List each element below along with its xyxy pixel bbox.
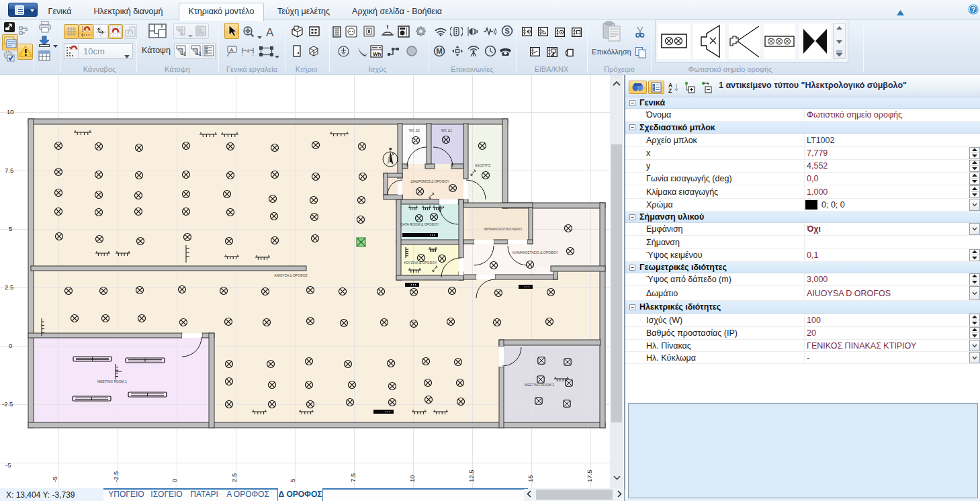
svg-text:Z: Z (668, 87, 672, 93)
svg-text:ΜΗΧΑΝΟΛΟΓΙΚΟ ΚΕΝΟ: ΜΗΧΑΝΟΛΟΓΙΚΟ ΚΕΝΟ (484, 227, 522, 231)
svg-text:5: 5 (9, 225, 12, 232)
svg-text:WC Δ1: WC Δ1 (441, 128, 452, 132)
svg-text:ΕΞΩΣΤΗΣ: ΕΞΩΣΤΗΣ (475, 163, 490, 167)
svg-text:+1: +1 (195, 51, 202, 57)
svg-text:7.5: 7.5 (5, 167, 13, 174)
svg-text:MEETING ROOM 2: MEETING ROOM 2 (525, 383, 554, 387)
svg-text:ΚΛΙΜΑΚΟΣΤΑΣΙΟ Δ ΟΡΟΦΟΥ: ΚΛΙΜΑΚΟΣΤΑΣΙΟ Δ ΟΡΟΦΟΥ (513, 250, 559, 255)
svg-text:2.5: 2.5 (230, 473, 238, 482)
svg-text:DATA ROOM Δ ΟΡΟΦΟΥ: DATA ROOM Δ ΟΡΟΦΟΥ (400, 222, 439, 226)
svg-text:-2.5: -2.5 (2, 400, 13, 408)
svg-text:10: 10 (408, 475, 416, 482)
svg-text:d: d (247, 48, 249, 54)
svg-text:WC Δ2: WC Δ2 (409, 128, 420, 132)
svg-text:-5: -5 (51, 477, 58, 482)
svg-text:-2.5: -2.5 (112, 471, 120, 482)
svg-text:15: 15 (527, 475, 534, 482)
svg-text:12.5: 12.5 (467, 470, 475, 483)
svg-text:10: 10 (7, 108, 14, 116)
svg-text:-5: -5 (5, 461, 11, 469)
svg-text:0: 0 (171, 479, 178, 482)
svg-text:2.5: 2.5 (5, 283, 13, 291)
svg-text:7.5: 7.5 (349, 473, 357, 482)
svg-text:ΑΙΘΟΥΣΑ Δ ΟΡΟΦΟΣ: ΑΙΘΟΥΣΑ Δ ΟΡΟΦΟΣ (274, 273, 307, 277)
svg-text:?: ? (971, 6, 975, 13)
svg-text:Wh: Wh (373, 51, 382, 57)
svg-text:S: S (505, 27, 510, 35)
svg-text:5: 5 (289, 479, 296, 482)
svg-text:ΔΙΑΔΡΟΜΟΣ Δ ΟΡΟΦΟΥ: ΔΙΑΔΡΟΜΟΣ Δ ΟΡΟΦΟΥ (410, 179, 449, 183)
svg-text:ΚΟΥΖΙΝΑ Δ ΟΡΟΦΟΥ: ΚΟΥΖΙΝΑ Δ ΟΡΟΦΟΥ (404, 261, 437, 265)
svg-text:MEETING ROOM 1: MEETING ROOM 1 (97, 379, 127, 383)
svg-text:M: M (437, 47, 443, 55)
svg-text:17.5: 17.5 (586, 470, 593, 483)
svg-text:0: 0 (9, 342, 12, 349)
svg-text:A: A (230, 47, 234, 53)
svg-text:-1: -1 (181, 51, 187, 57)
